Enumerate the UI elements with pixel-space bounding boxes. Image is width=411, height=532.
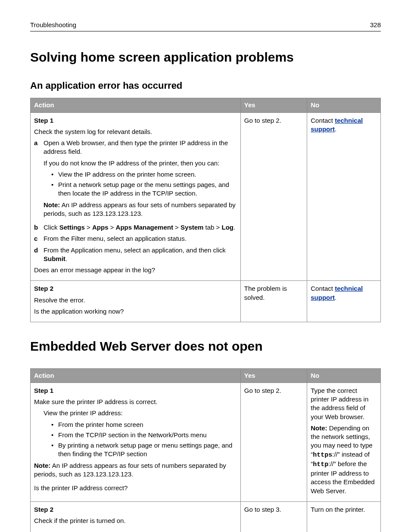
table-row: Step 1 Check the system log for relevant… — [31, 112, 381, 281]
table-row: Step 2 Resolve the error. Is the applica… — [31, 281, 381, 322]
cell-no: Contact technical support. — [307, 281, 381, 322]
list-item: c From the Filter menu, select an applic… — [34, 234, 237, 243]
cell-yes: Go to step 2. — [240, 112, 307, 281]
list-item: View the IP address on the printer home … — [51, 170, 237, 179]
cell-action: Step 2 Check if the printer is turned on… — [31, 501, 241, 532]
step-text: View the printer IP address: — [34, 409, 237, 417]
note: Note: Depending on the network settings,… — [311, 424, 377, 495]
no-text: Type the correct printer IP address in t… — [311, 386, 377, 421]
list-item: b Click Settings > Apps > Apps Managemen… — [34, 223, 237, 232]
cell-yes: Go to step 3. — [240, 501, 307, 532]
label-b: b — [34, 223, 44, 232]
step-title: Step 2 — [34, 284, 237, 293]
note: Note: An IP address appears as four sets… — [44, 201, 237, 218]
th-no: No — [307, 98, 381, 112]
label-d: d — [34, 246, 44, 264]
cell-no: Contact technical support. — [307, 112, 381, 281]
list-item: Print a network setup page or the menu s… — [51, 180, 237, 198]
step-question: Is the application working now? — [34, 307, 237, 316]
cell-action: Step 2 Resolve the error. Is the applica… — [31, 281, 241, 322]
step-text: Make sure the printer IP address is corr… — [34, 398, 237, 406]
list-item: From the printer home screen — [51, 420, 237, 429]
header-page-number: 328 — [370, 21, 381, 29]
step-text: Check if the printer is turned on. — [34, 516, 237, 525]
step-a-text: Open a Web browser, and then type the pr… — [44, 139, 228, 155]
cell-yes: The problem is solved. — [240, 281, 307, 322]
cell-no: Type the correct printer IP address in t… — [307, 383, 381, 501]
list-item: a Open a Web browser, and then type the … — [34, 139, 237, 221]
heading-ews-not-open: Embedded Web Server does not open — [30, 338, 381, 355]
step-d-text: From the Application menu, select an app… — [44, 246, 237, 264]
th-action: Action — [31, 98, 241, 112]
page-header: Troubleshooting 328 — [30, 21, 381, 31]
table-app-error: Action Yes No Step 1 Check the system lo… — [30, 98, 381, 322]
table-row: Step 2 Check if the printer is turned on… — [31, 501, 381, 532]
heading-app-error: An application error has occurred — [30, 79, 381, 92]
label-c: c — [34, 234, 44, 243]
list-item: d From the Application menu, select an a… — [34, 246, 237, 264]
step-c-text: From the Filter menu, select an applicat… — [44, 234, 237, 243]
heading-solving-problems: Solving home screen application problems — [30, 49, 381, 66]
cell-action: Step 1 Check the system log for relevant… — [31, 112, 241, 281]
step-intro: Check the system log for relevant detail… — [34, 128, 237, 136]
cell-no: Turn on the printer. — [307, 501, 381, 532]
cell-action: Step 1 Make sure the printer IP address … — [31, 383, 241, 501]
list-item: From the TCP/IP section in the Network/P… — [51, 431, 237, 439]
table-ews: Action Yes No Step 1 Make sure the print… — [30, 368, 381, 532]
cell-yes: Go to step 2. — [240, 383, 307, 501]
step-title: Step 2 — [34, 505, 237, 514]
step-question: Is the printer IP address correct? — [34, 484, 237, 492]
step-b-text: Click Settings > Apps > Apps Management … — [44, 223, 237, 232]
th-yes: Yes — [240, 98, 307, 112]
th-no: No — [307, 368, 381, 383]
step-question: Does an error message appear in the log? — [34, 266, 237, 274]
th-yes: Yes — [240, 368, 307, 383]
header-section: Troubleshooting — [30, 21, 76, 29]
th-action: Action — [31, 368, 241, 383]
step-a-if: If you do not know the IP address of the… — [44, 159, 237, 168]
step-text: Resolve the error. — [34, 296, 237, 305]
list-item: By printing a network setup page or menu… — [51, 441, 237, 459]
note: Note: An IP address appears as four sets… — [34, 461, 237, 479]
table-row: Step 1 Make sure the printer IP address … — [31, 383, 381, 501]
step-title: Step 1 — [34, 116, 237, 125]
label-a: a — [34, 139, 44, 221]
step-title: Step 1 — [34, 386, 237, 395]
